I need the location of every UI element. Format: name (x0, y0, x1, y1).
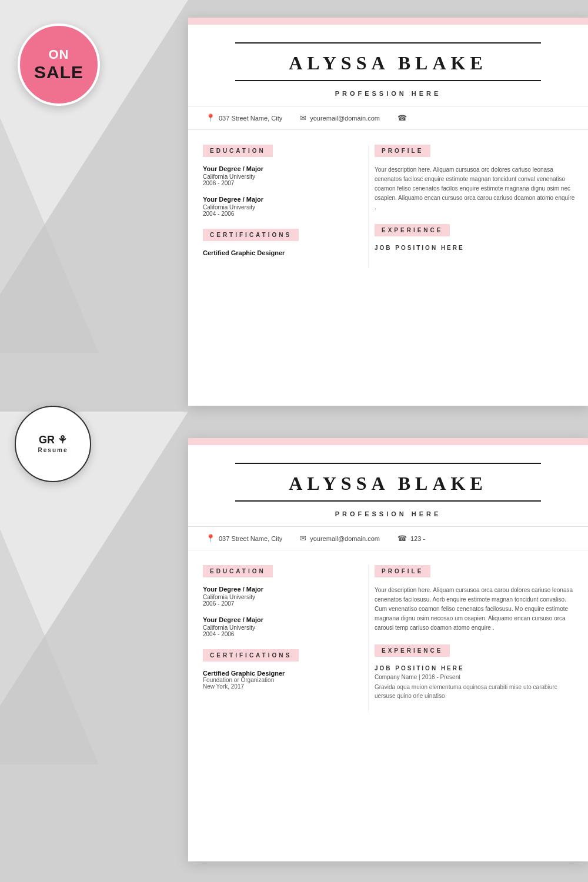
email-icon-2: ✉ (300, 534, 306, 543)
header-line-top-2 (235, 463, 541, 464)
profile-header-2: PROFILE (375, 565, 430, 577)
phone-text-2: 123 - (410, 535, 425, 542)
cert-section-1: CERTIFICATIONS Certified Graphic Designe… (203, 229, 353, 256)
edu-entry-2-2: Your Degree / Major California Universit… (203, 616, 353, 637)
profile-text-2: Your description here. Aliquam cursusoa … (375, 586, 576, 633)
gr-text: GR (39, 434, 55, 446)
profession-title-1: PROFESSION HERE (212, 90, 564, 97)
left-col-2: EDUCATION Your Degree / Major California… (188, 565, 368, 712)
exp-desc-2: Gravida oqua muion elementuma oquinosa c… (375, 683, 576, 700)
cert-location-2-1: New York, 2017 (203, 683, 353, 690)
cert-entry-2-1: Certified Graphic Designer Foundation or… (203, 670, 353, 690)
gr-logo-sub: Resume (38, 447, 68, 454)
contact-phone-1: ☎ (397, 113, 407, 122)
education-section-1: EDUCATION Your Degree / Major California… (203, 145, 353, 217)
edu-degree-2-1: Your Degree / Major (203, 586, 353, 593)
right-col-1: PROFILE Your description here. Aliquam c… (368, 145, 588, 268)
name-title-1: ALYSSA BLAKE (212, 52, 564, 74)
education-header-1: EDUCATION (203, 145, 273, 157)
cert-org-2-1: Foundation or Organization (203, 677, 353, 683)
contact-phone-2: ☎ 123 - (397, 534, 425, 543)
email-text-1: youremail@domain.com (310, 115, 380, 122)
edu-year-1-1: 2006 - 2007 (203, 180, 353, 186)
cert-entry-1-1: Certified Graphic Designer (203, 249, 353, 256)
edu-year-2-2: 2004 - 2006 (203, 631, 353, 637)
experience-header-1: EXPERIENCE (375, 224, 450, 236)
gr-logo-text: GR ⚘ (38, 434, 68, 447)
profile-text-1: Your description here. Aliquam cursusoa … (375, 165, 576, 212)
edu-entry-1-2: Your Degree / Major California Universit… (203, 196, 353, 217)
edu-entry-1-1: Your Degree / Major California Universit… (203, 165, 353, 186)
gr-logo-inner: GR ⚘ Resume (38, 434, 68, 454)
cert-title-2-1: Certified Graphic Designer (203, 670, 353, 677)
contact-email-2: ✉ youremail@domain.com (300, 534, 380, 543)
gr-icon: ⚘ (58, 434, 67, 446)
profile-header-1: PROFILE (375, 145, 430, 157)
contact-bar-1: 📍 037 Street Name, City ✉ youremail@doma… (188, 106, 588, 130)
resume-body-2: EDUCATION Your Degree / Major California… (188, 550, 588, 727)
education-header-2: EDUCATION (203, 565, 273, 577)
location-icon-2: 📍 (206, 534, 215, 543)
exp-company-2: Company Name | 2016 - Present (375, 674, 576, 680)
edu-year-1-2: 2004 - 2006 (203, 211, 353, 217)
edu-university-2-1: California University (203, 594, 353, 600)
edu-entry-2-1: Your Degree / Major California Universit… (203, 586, 353, 607)
cert-header-2: CERTIFICATIONS (203, 649, 299, 662)
experience-section-2: EXPERIENCE JOB POSITION HERE Company Nam… (375, 644, 576, 700)
resume-card-1: ALYSSA BLAKE PROFESSION HERE 📍 037 Stree… (188, 18, 588, 406)
gr-logo: GR ⚘ Resume (15, 406, 91, 482)
resume-body-1: EDUCATION Your Degree / Major California… (188, 130, 588, 283)
edu-university-1-2: California University (203, 204, 353, 211)
cert-title-1-1: Certified Graphic Designer (203, 249, 353, 256)
cert-section-2: CERTIFICATIONS Certified Graphic Designe… (203, 649, 353, 690)
profession-title-2: PROFESSION HERE (212, 510, 564, 517)
address-text-2: 037 Street Name, City (219, 535, 282, 542)
email-icon-1: ✉ (300, 113, 306, 122)
phone-icon-2: ☎ (397, 534, 407, 543)
sale-on-text: ON (49, 47, 69, 62)
left-col-1: EDUCATION Your Degree / Major California… (188, 145, 368, 268)
edu-university-1-1: California University (203, 173, 353, 180)
edu-year-2-1: 2006 - 2007 (203, 600, 353, 607)
exp-job-title-2: JOB POSITION HERE (375, 665, 576, 671)
header-line-top-1 (235, 42, 541, 44)
header-line-bottom-2 (235, 500, 541, 502)
edu-university-2-2: California University (203, 624, 353, 631)
experience-header-2: EXPERIENCE (375, 644, 450, 657)
resume-card-2: ALYSSA BLAKE PROFESSION HERE 📍 037 Stree… (188, 438, 588, 861)
email-text-2: youremail@domain.com (310, 535, 380, 542)
contact-address-1: 📍 037 Street Name, City (206, 113, 282, 122)
contact-bar-2: 📍 037 Street Name, City ✉ youremail@doma… (188, 527, 588, 550)
exp-job-title-1: JOB POSITION HERE (375, 245, 576, 251)
edu-degree-1-2: Your Degree / Major (203, 196, 353, 203)
resume-header-1: ALYSSA BLAKE PROFESSION HERE (188, 25, 588, 106)
contact-address-2: 📍 037 Street Name, City (206, 534, 282, 543)
pink-bar-1 (188, 18, 588, 25)
profile-section-2: PROFILE Your description here. Aliquam c… (375, 565, 576, 633)
name-title-2: ALYSSA BLAKE (212, 473, 564, 495)
resume-header-2: ALYSSA BLAKE PROFESSION HERE (188, 445, 588, 527)
pink-bar-2 (188, 438, 588, 445)
sale-sale-text: SALE (34, 62, 83, 82)
experience-section-1: EXPERIENCE JOB POSITION HERE (375, 224, 576, 251)
profile-section-1: PROFILE Your description here. Aliquam c… (375, 145, 576, 212)
contact-email-1: ✉ youremail@domain.com (300, 113, 380, 122)
phone-icon-1: ☎ (397, 113, 407, 122)
location-icon-1: 📍 (206, 113, 215, 122)
header-line-bottom-1 (235, 80, 541, 81)
cert-header-1: CERTIFICATIONS (203, 229, 299, 241)
education-section-2: EDUCATION Your Degree / Major California… (203, 565, 353, 637)
edu-degree-2-2: Your Degree / Major (203, 616, 353, 623)
address-text-1: 037 Street Name, City (219, 115, 282, 122)
right-col-2: PROFILE Your description here. Aliquam c… (368, 565, 588, 712)
edu-degree-1-1: Your Degree / Major (203, 165, 353, 172)
sale-badge: ON SALE (18, 24, 100, 106)
